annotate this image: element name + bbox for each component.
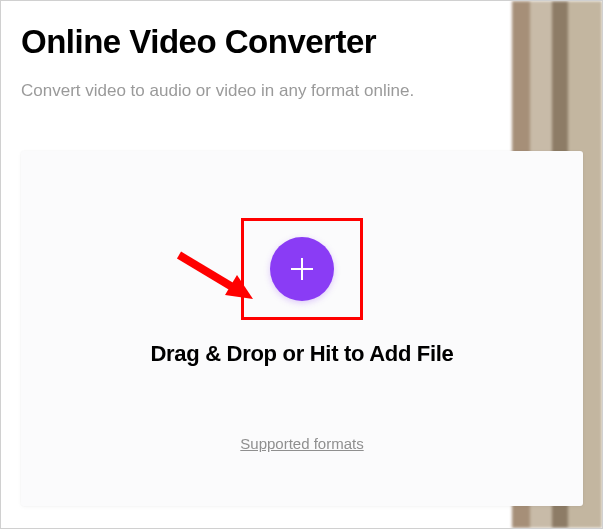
svg-marker-1 — [225, 275, 253, 299]
header: Online Video Converter Convert video to … — [1, 1, 602, 115]
annotation-arrow-icon — [175, 251, 261, 305]
app-frame: Online Video Converter Convert video to … — [0, 0, 603, 529]
page-subtitle: Convert video to audio or video in any f… — [21, 81, 582, 101]
svg-line-0 — [179, 255, 239, 291]
supported-formats-link[interactable]: Supported formats — [240, 435, 363, 452]
add-button-wrapper — [270, 237, 334, 301]
plus-icon — [287, 254, 317, 284]
page-title: Online Video Converter — [21, 23, 582, 61]
add-file-button[interactable] — [270, 237, 334, 301]
upload-card[interactable]: Drag & Drop or Hit to Add File Supported… — [21, 151, 583, 506]
drop-instruction-label: Drag & Drop or Hit to Add File — [150, 341, 453, 367]
